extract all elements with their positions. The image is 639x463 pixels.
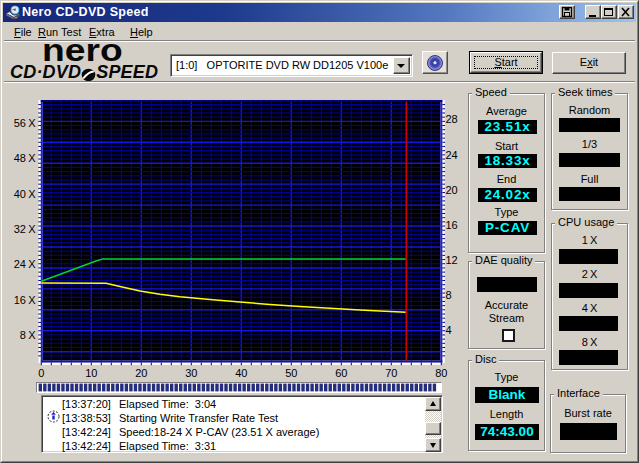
svg-text:24: 24 (446, 149, 458, 161)
svg-text:32 X: 32 X (14, 223, 36, 235)
svg-text:16 X: 16 X (14, 294, 36, 306)
svg-text:28: 28 (446, 113, 458, 125)
svg-text:40: 40 (235, 367, 247, 379)
svg-text:10: 10 (85, 367, 97, 379)
svg-text:8 X: 8 X (20, 329, 36, 341)
svg-text:20: 20 (135, 367, 147, 379)
svg-text:48 X: 48 X (14, 152, 36, 164)
svg-text:30: 30 (185, 367, 197, 379)
svg-text:8: 8 (446, 289, 452, 301)
svg-text:4: 4 (446, 324, 452, 336)
svg-text:56 X: 56 X (14, 117, 36, 129)
svg-text:24 X: 24 X (14, 258, 36, 270)
svg-text:70: 70 (385, 367, 397, 379)
svg-text:12: 12 (446, 254, 458, 266)
svg-text:50: 50 (285, 367, 297, 379)
svg-text:20: 20 (446, 184, 458, 196)
svg-text:60: 60 (335, 367, 347, 379)
svg-text:80: 80 (435, 367, 447, 379)
svg-text:0: 0 (38, 367, 44, 379)
svg-text:16: 16 (446, 219, 458, 231)
svg-text:40 X: 40 X (14, 188, 36, 200)
